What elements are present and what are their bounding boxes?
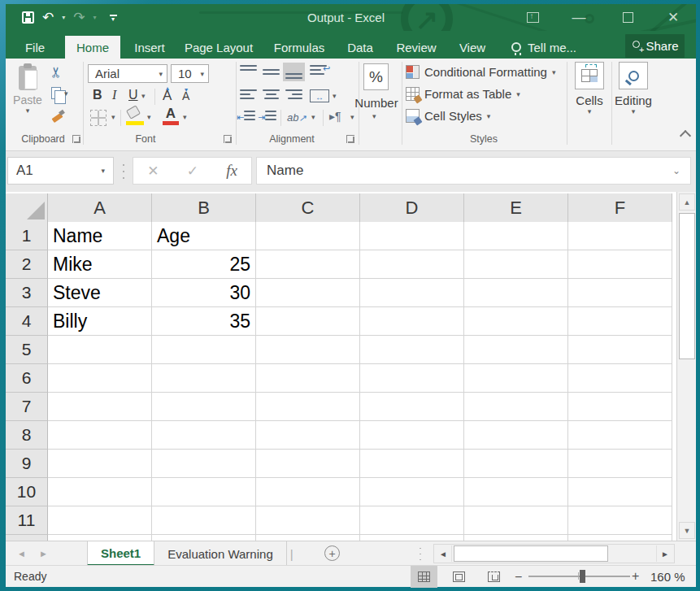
number-group-button-label[interactable]: Number (346, 96, 407, 110)
row-header-12[interactable]: 12 (6, 535, 48, 541)
select-all-button[interactable] (6, 193, 48, 222)
cell-D2[interactable] (360, 250, 464, 279)
cell-styles-button[interactable]: Cell Styles ▾ (406, 109, 490, 123)
cell-C4[interactable] (256, 307, 360, 336)
customize-qat-icon[interactable]: ▾ (110, 15, 117, 21)
cell-C11[interactable] (256, 506, 360, 535)
cell-E8[interactable] (464, 421, 568, 450)
cell-A9[interactable] (48, 450, 152, 478)
cell-A3[interactable]: Steve (48, 279, 152, 307)
cell-E10[interactable] (464, 478, 568, 506)
tab-home[interactable]: Home (65, 36, 120, 59)
cell-C2[interactable] (256, 250, 360, 279)
page-break-view-button[interactable] (480, 566, 507, 588)
italic-button[interactable]: I (112, 88, 116, 102)
cell-F6[interactable] (568, 364, 672, 393)
cell-B8[interactable] (152, 421, 256, 450)
scroll-right-icon[interactable]: ► (656, 545, 673, 562)
cell-C5[interactable] (256, 336, 360, 364)
conditional-formatting-button[interactable]: Conditional Formatting ▾ (406, 65, 555, 79)
cell-F8[interactable] (568, 421, 672, 450)
align-right-button[interactable] (285, 89, 302, 103)
cell-D3[interactable] (360, 279, 464, 307)
cells-group-button[interactable]: Cells ▾ (572, 62, 607, 128)
cell-D1[interactable] (360, 222, 464, 250)
cell-D7[interactable] (360, 393, 464, 421)
top-align-button[interactable] (240, 65, 257, 79)
cell-B6[interactable] (152, 364, 256, 393)
cell-F9[interactable] (568, 450, 672, 478)
underline-dropdown-icon[interactable]: ▾ (141, 92, 146, 100)
cell-C8[interactable] (256, 421, 360, 450)
font-size-combo[interactable]: 10▾ (171, 64, 209, 83)
tab-insert[interactable]: Insert (129, 36, 170, 59)
orientation-dropdown-icon[interactable]: ▾ (311, 113, 315, 121)
cell-F10[interactable] (568, 478, 672, 506)
cell-F11[interactable] (568, 506, 672, 535)
tell-me-box[interactable]: Tell me... (503, 36, 585, 59)
fill-color-dropdown-icon[interactable]: ▾ (147, 113, 151, 121)
maximize-button[interactable] (615, 4, 640, 31)
cell-E12[interactable] (464, 535, 568, 541)
sheet-prev-icon[interactable]: ◄ (17, 549, 26, 558)
undo-dropdown-icon[interactable]: ▾ (62, 14, 65, 21)
text-direction-dropdown-icon[interactable]: ▾ (350, 113, 354, 121)
new-sheet-button[interactable]: + (324, 545, 340, 561)
cell-C12[interactable] (256, 535, 360, 541)
page-layout-view-button[interactable] (446, 566, 472, 588)
cell-E1[interactable] (464, 222, 568, 250)
cell-A8[interactable] (48, 421, 152, 450)
cell-D12[interactable] (360, 535, 464, 541)
cell-A4[interactable]: Billy (48, 307, 152, 336)
merge-center-dropdown-icon[interactable]: ▾ (333, 92, 337, 100)
tab-file[interactable]: File (16, 36, 54, 59)
tab-data[interactable]: Data (343, 36, 377, 59)
cell-E5[interactable] (464, 336, 568, 364)
row-header-4[interactable]: 4 (6, 307, 48, 336)
cell-C1[interactable] (256, 222, 360, 250)
borders-icon[interactable] (90, 110, 107, 126)
cell-C6[interactable] (256, 364, 360, 393)
cell-D10[interactable] (360, 478, 464, 506)
ribbon-display-options-icon[interactable] (523, 4, 542, 31)
cell-A5[interactable] (48, 336, 152, 364)
cell-F3[interactable] (568, 279, 672, 307)
cell-B7[interactable] (152, 393, 256, 421)
cell-A10[interactable] (48, 478, 152, 506)
zoom-slider-thumb[interactable] (580, 570, 585, 583)
cell-D11[interactable] (360, 506, 464, 535)
row-header-6[interactable]: 6 (6, 364, 48, 393)
collapse-ribbon-icon[interactable] (680, 130, 691, 141)
cell-A6[interactable] (48, 364, 152, 393)
column-header-B[interactable]: B (152, 193, 256, 222)
text-direction-icon[interactable]: ▸¶ (329, 110, 341, 123)
horizontal-scroll-thumb[interactable] (454, 545, 608, 562)
cell-D9[interactable] (360, 450, 464, 478)
underline-button[interactable]: U (128, 88, 138, 102)
row-header-11[interactable]: 11 (6, 506, 48, 535)
cell-B5[interactable] (152, 336, 256, 364)
copy-icon[interactable] (51, 87, 61, 99)
tab-scrollbar-splitter[interactable] (419, 545, 422, 562)
cell-E3[interactable] (464, 279, 568, 307)
zoom-out-icon[interactable]: − (515, 570, 522, 584)
cell-A1[interactable]: Name (48, 222, 152, 250)
horizontal-scrollbar[interactable]: ◄ ► (433, 544, 675, 563)
cell-A12[interactable] (48, 535, 152, 541)
cell-B11[interactable] (152, 506, 256, 535)
sheet-next-icon[interactable]: ► (39, 549, 48, 558)
row-header-8[interactable]: 8 (6, 421, 48, 450)
row-header-1[interactable]: 1 (6, 222, 48, 250)
cell-B10[interactable] (152, 478, 256, 506)
tab-review[interactable]: Review (394, 36, 438, 59)
cell-C10[interactable] (256, 478, 360, 506)
tab-page-layout[interactable]: Page Layout (181, 36, 256, 59)
format-painter-icon[interactable] (51, 109, 64, 122)
formula-bar-expand-icon[interactable]: ⌄ (672, 165, 680, 176)
vertical-scrollbar[interactable]: ▲ ▼ (676, 192, 696, 541)
column-header-D[interactable]: D (360, 193, 464, 222)
cell-C9[interactable] (256, 450, 360, 478)
increase-font-size-button[interactable]: A (163, 88, 172, 104)
cell-B9[interactable] (152, 450, 256, 478)
sheet-tab-sheet1[interactable]: Sheet1 (87, 541, 154, 566)
